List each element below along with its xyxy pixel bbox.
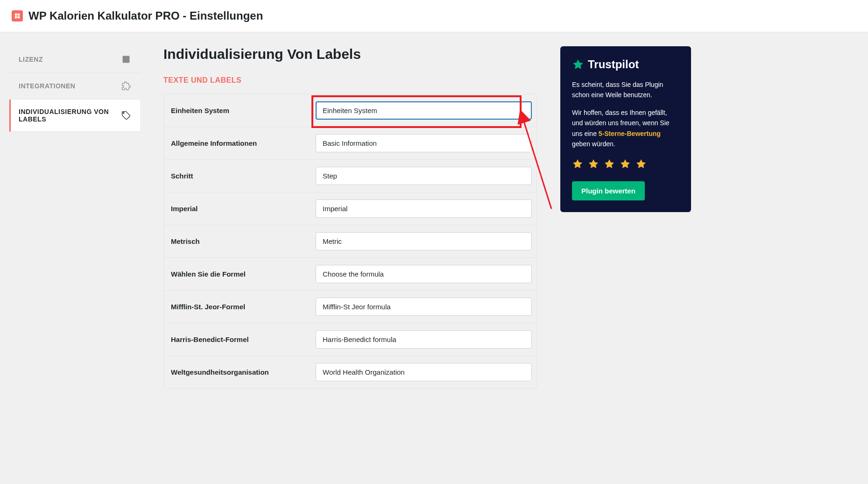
- calculator-icon: [14, 13, 21, 19]
- svg-rect-2: [15, 16, 17, 19]
- content-title: Individualisierung Von Labels: [163, 46, 537, 62]
- trustpilot-logo: Trustpilot: [572, 58, 679, 71]
- trustpilot-highlight: 5-Sterne-Bewertung: [599, 130, 661, 137]
- star-icon: [620, 158, 631, 170]
- trustpilot-star-icon: [572, 58, 584, 71]
- input-who[interactable]: [316, 363, 532, 381]
- sidebar-item-label: INTEGRATIONEN: [19, 82, 121, 90]
- sidebar-item-label: INDIVIDUALISIERUNG VON LABELS: [19, 108, 121, 123]
- star-icon: [635, 158, 647, 170]
- form-row-einheiten-system: Einheiten System: [164, 94, 536, 127]
- trustpilot-message-2: Wir hoffen, dass es Ihnen gefällt, und w…: [572, 107, 679, 149]
- input-schritt[interactable]: [316, 167, 532, 185]
- trustpilot-widget: Trustpilot Es scheint, dass Sie das Plug…: [560, 46, 691, 212]
- input-allgemeine-informationen[interactable]: [316, 134, 532, 152]
- svg-rect-0: [15, 14, 17, 16]
- main-content: Individualisierung Von Labels TEXTE UND …: [154, 46, 546, 389]
- svg-rect-3: [18, 16, 20, 19]
- form-label: Wählen Sie die Formel: [171, 270, 316, 278]
- input-mifflin[interactable]: [316, 298, 532, 316]
- form-label: Harris-Benedict-Formel: [171, 335, 316, 343]
- trustpilot-message-1: Es scheint, dass Sie das Plugin schon ei…: [572, 79, 679, 100]
- sidebar-item-lizenz[interactable]: LIZENZ: [9, 46, 140, 73]
- form-row-allgemeine-informationen: Allgemeine Informationen: [164, 127, 536, 160]
- form-row-imperial: Imperial: [164, 192, 536, 225]
- star-icon: [604, 158, 615, 170]
- form-row-formel-waehlen: Wählen Sie die Formel: [164, 258, 536, 291]
- trustpilot-rate-button[interactable]: Plugin bewerten: [572, 181, 645, 200]
- form-section: Einheiten System Allgemeine Informatione…: [163, 94, 537, 389]
- svg-rect-1: [18, 14, 20, 16]
- puzzle-icon: [121, 81, 131, 91]
- form-label: Metrisch: [171, 237, 316, 245]
- form-label: Einheiten System: [171, 107, 316, 114]
- form-row-mifflin: Mifflin-St. Jeor-Formel: [164, 291, 536, 323]
- sidebar-item-label: LIZENZ: [19, 56, 121, 63]
- input-metrisch[interactable]: [316, 232, 532, 250]
- star-icon: [572, 158, 583, 170]
- form-label: Weltgesundheitsorganisation: [171, 368, 316, 376]
- form-label: Mifflin-St. Jeor-Formel: [171, 303, 316, 311]
- trustpilot-stars: [572, 158, 679, 170]
- input-formel-waehlen[interactable]: [316, 265, 532, 283]
- input-einheiten-system[interactable]: [316, 101, 532, 120]
- page-header: WP Kalorien Kalkulator PRO - Einstellung…: [0, 0, 868, 32]
- form-row-schritt: Schritt: [164, 160, 536, 192]
- form-label: Allgemeine Informationen: [171, 139, 316, 147]
- input-harris-benedict[interactable]: [316, 330, 532, 349]
- form-row-metrisch: Metrisch: [164, 225, 536, 258]
- trustpilot-brand: Trustpilot: [588, 58, 639, 71]
- tag-icon: [121, 111, 131, 120]
- section-label: TEXTE UND LABELS: [163, 76, 537, 85]
- form-row-who: Weltgesundheitsorganisation: [164, 356, 536, 388]
- license-icon: [121, 55, 131, 64]
- form-label: Imperial: [171, 205, 316, 213]
- app-icon: [12, 10, 23, 21]
- form-row-harris-benedict: Harris-Benedict-Formel: [164, 323, 536, 356]
- star-icon: [588, 158, 599, 170]
- form-label: Schritt: [171, 172, 316, 180]
- input-imperial[interactable]: [316, 199, 532, 218]
- sidebar: LIZENZ INTEGRATIONEN INDIVIDUALISIERUNG …: [9, 46, 140, 389]
- sidebar-item-integrationen[interactable]: INTEGRATIONEN: [9, 73, 140, 100]
- main-container: LIZENZ INTEGRATIONEN INDIVIDUALISIERUNG …: [0, 32, 700, 403]
- trustpilot-message-2-post: geben würden.: [572, 140, 615, 148]
- page-title: WP Kalorien Kalkulator PRO - Einstellung…: [28, 9, 263, 22]
- sidebar-item-individualisierung[interactable]: INDIVIDUALISIERUNG VON LABELS: [9, 100, 140, 132]
